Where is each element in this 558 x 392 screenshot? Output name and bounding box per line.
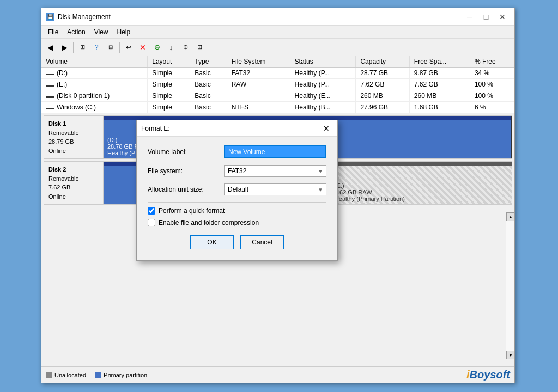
- volume-label-input-wrapper: [224, 145, 326, 158]
- volume-label-label: Volume label:: [148, 148, 224, 156]
- quick-format-checkbox[interactable]: [148, 207, 155, 215]
- volume-label-row: Volume label:: [148, 145, 326, 158]
- dialog-close-button[interactable]: ✕: [320, 123, 333, 134]
- quick-format-label: Perform a quick format: [159, 207, 225, 215]
- file-system-label: File system:: [148, 167, 224, 175]
- dialog-title: Format E:: [141, 125, 320, 132]
- compression-row: Enable file and folder compression: [148, 219, 326, 226]
- alloc-label: Allocation unit size:: [148, 186, 224, 193]
- file-system-select-wrapper: FAT32 NTFS exFAT: [224, 165, 326, 177]
- format-dialog: Format E: ✕ Volume label: File system: F…: [136, 120, 338, 261]
- alloc-select-wrapper: Default 512 1024 2048 4096: [224, 183, 326, 195]
- dialog-divider: [148, 202, 326, 203]
- volume-label-input[interactable]: [224, 145, 326, 158]
- alloc-row: Allocation unit size: Default 512 1024 2…: [148, 183, 326, 195]
- dialog-buttons: OK Cancel: [148, 235, 326, 252]
- dialog-body: Volume label: File system: FAT32 NTFS ex…: [137, 137, 337, 260]
- compression-label: Enable file and folder compression: [159, 219, 259, 226]
- alloc-select[interactable]: Default 512 1024 2048 4096: [224, 183, 326, 195]
- file-system-select[interactable]: FAT32 NTFS exFAT: [224, 165, 326, 177]
- file-system-row: File system: FAT32 NTFS exFAT: [148, 165, 326, 177]
- dialog-title-bar: Format E: ✕: [137, 120, 337, 137]
- cancel-button[interactable]: Cancel: [240, 235, 284, 249]
- ok-button[interactable]: OK: [190, 235, 234, 249]
- quick-format-row: Perform a quick format: [148, 207, 326, 215]
- dialog-overlay: Format E: ✕ Volume label: File system: F…: [0, 0, 558, 392]
- compression-checkbox[interactable]: [148, 219, 155, 226]
